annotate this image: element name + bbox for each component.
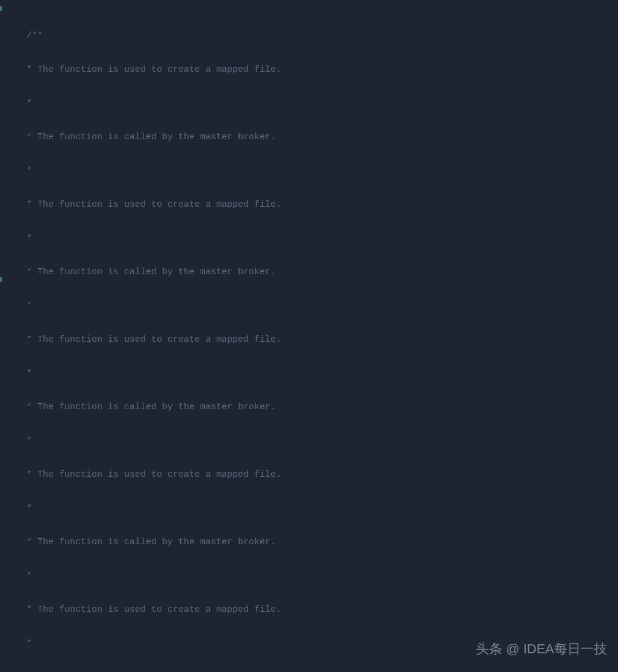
- javadoc-line: * The function is called by the master b…: [5, 267, 276, 277]
- gutter-mark: [0, 6, 2, 11]
- javadoc-line: *: [5, 571, 32, 581]
- javadoc-line: *: [5, 98, 32, 108]
- code-editor[interactable]: /** * The function is used to create a m…: [0, 0, 618, 672]
- javadoc-open: /**: [5, 31, 43, 41]
- javadoc-line: *: [5, 166, 32, 176]
- javadoc-line: * The function is called by the master b…: [5, 132, 276, 142]
- javadoc-line: * The function is used to create a mappe…: [5, 604, 281, 615]
- gutter-mark: [0, 277, 2, 282]
- javadoc-line: * The function is called by the master b…: [5, 537, 276, 547]
- javadoc-line: * The function is used to create a mappe…: [5, 64, 281, 75]
- javadoc-line: *: [5, 638, 32, 648]
- javadoc-line: *: [5, 503, 32, 513]
- javadoc-line: * The function is used to create a mappe…: [5, 334, 281, 345]
- javadoc-line: *: [5, 301, 32, 311]
- gutter-strip: [0, 0, 2, 672]
- javadoc-line: * The function is used to create a mappe…: [5, 199, 281, 210]
- javadoc-line: * The function is used to create a mappe…: [5, 469, 281, 480]
- javadoc-line: *: [5, 368, 32, 378]
- javadoc-line: *: [5, 233, 32, 243]
- javadoc-line: * The function is called by the master b…: [5, 402, 276, 412]
- javadoc-line: *: [5, 436, 32, 446]
